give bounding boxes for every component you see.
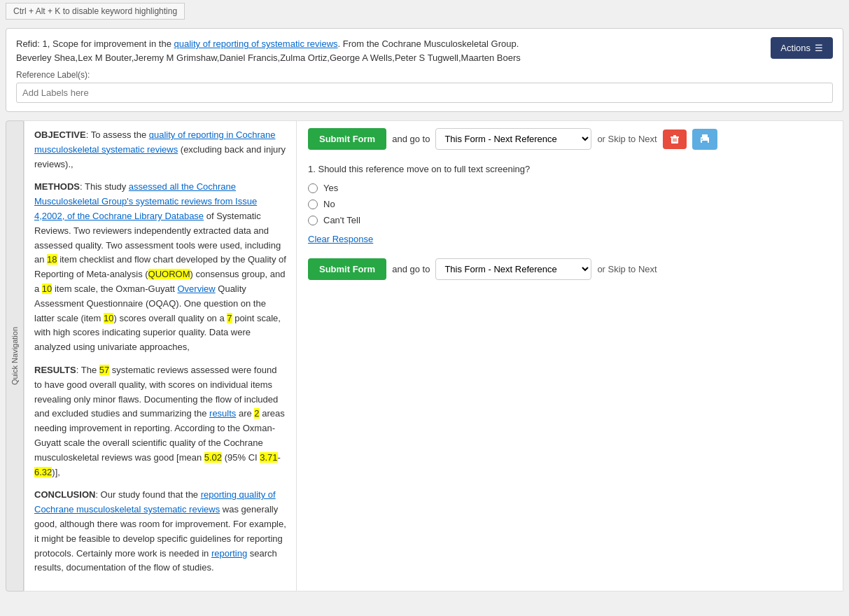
ref-title-text: Scope for improvement in the bbox=[52, 38, 174, 49]
svg-rect-3 bbox=[673, 138, 673, 141]
radio-cant-tell-input[interactable] bbox=[308, 216, 318, 225]
results-label: RESULTS bbox=[34, 365, 76, 375]
bottom-skip-to-next[interactable]: or Skip to Next bbox=[597, 264, 657, 274]
abstract-panel: OBJECTIVE: To assess the quality of repo… bbox=[24, 120, 297, 592]
methods-text: : This study assessed all the Cochrane M… bbox=[34, 181, 286, 352]
question-text: 1. Should this reference move on to full… bbox=[308, 164, 832, 174]
bottom-goto-select[interactable]: This Form - Next Reference This Form - P… bbox=[435, 258, 591, 280]
svg-rect-2 bbox=[673, 135, 676, 136]
ref-label-input[interactable] bbox=[16, 83, 833, 103]
radio-no-input[interactable] bbox=[308, 200, 318, 209]
clear-response-label: Clear Response bbox=[308, 234, 373, 244]
objective-label: OBJECTIVE bbox=[34, 130, 86, 140]
bottom-submit-row: Submit Form and go to This Form - Next R… bbox=[308, 258, 832, 280]
actions-menu-icon: ☰ bbox=[815, 43, 823, 53]
top-goto-select[interactable]: This Form - Next Reference This Form - P… bbox=[435, 128, 591, 150]
delete-button[interactable] bbox=[663, 130, 687, 149]
radio-yes-input[interactable] bbox=[308, 183, 318, 193]
radio-cant-tell[interactable]: Can't Tell bbox=[308, 215, 832, 225]
content-area: Quick Navigation OBJECTIVE: To assess th… bbox=[6, 120, 843, 592]
methods-paragraph: METHODS: This study assessed all the Coc… bbox=[34, 180, 286, 355]
top-skip-to-next[interactable]: or Skip to Next bbox=[597, 134, 657, 144]
reference-card: Refid: 1, Scope for improvement in the q… bbox=[6, 28, 843, 112]
svg-rect-5 bbox=[675, 138, 676, 141]
results-paragraph: RESULTS: The 57 systematic reviews asses… bbox=[34, 363, 286, 479]
radio-cant-tell-label: Can't Tell bbox=[323, 215, 360, 225]
conclusion-label: CONCLUSION bbox=[34, 489, 95, 500]
objective-intro: : To assess the bbox=[86, 130, 149, 140]
keyboard-hint-text: Ctrl + Alt + K to disable keyword highli… bbox=[6, 3, 185, 20]
nav-side: Quick Navigation bbox=[6, 120, 24, 592]
clear-response-button[interactable]: Clear Response bbox=[308, 234, 373, 244]
actions-label: Actions bbox=[780, 43, 811, 53]
quick-navigation-tab[interactable]: Quick Navigation bbox=[6, 120, 24, 592]
refid-label: Refid: 1, bbox=[16, 38, 52, 49]
svg-rect-8 bbox=[702, 141, 708, 144]
ref-label-text: Reference Label(s): bbox=[16, 70, 833, 80]
methods-label: METHODS bbox=[34, 181, 80, 192]
radio-no-label: No bbox=[323, 199, 335, 209]
top-and-go-to: and go to bbox=[392, 134, 430, 144]
ref-label-row: Reference Label(s): bbox=[16, 70, 833, 103]
question-body: Should this reference move on to full te… bbox=[318, 164, 530, 174]
ref-authors: Beverley Shea,Lex M Bouter,Jeremy M Grim… bbox=[16, 52, 521, 63]
objective-paragraph: OBJECTIVE: To assess the quality of repo… bbox=[34, 128, 286, 172]
svg-rect-9 bbox=[701, 139, 703, 140]
question-num: 1. bbox=[308, 164, 316, 174]
ref-title-link[interactable]: quality of reporting of systematic revie… bbox=[174, 38, 337, 49]
radio-yes-label: Yes bbox=[323, 183, 338, 193]
svg-rect-1 bbox=[671, 136, 679, 138]
ref-source: From the Cochrane Musculoskeletal Group. bbox=[343, 38, 519, 49]
trash-icon bbox=[670, 134, 680, 144]
radio-group: Yes No Can't Tell bbox=[308, 183, 832, 225]
print-button[interactable] bbox=[692, 129, 717, 150]
conclusion-paragraph: CONCLUSION: Our study found that the rep… bbox=[34, 488, 286, 575]
results-text: : The 57 systematic reviews assessed wer… bbox=[34, 365, 285, 477]
reference-title: Refid: 1, Scope for improvement in the q… bbox=[16, 37, 833, 64]
actions-button[interactable]: Actions ☰ bbox=[771, 37, 833, 59]
bottom-submit-button[interactable]: Submit Form bbox=[308, 258, 386, 280]
bottom-and-go-to: and go to bbox=[392, 264, 430, 274]
question-section: 1. Should this reference move on to full… bbox=[308, 164, 832, 244]
keyboard-hint-bar: Ctrl + Alt + K to disable keyword highli… bbox=[0, 0, 849, 22]
form-panel: Submit Form and go to This Form - Next R… bbox=[297, 120, 843, 592]
conclusion-text: : Our study found that the reporting qua… bbox=[34, 489, 286, 573]
radio-no[interactable]: No bbox=[308, 199, 832, 209]
svg-rect-4 bbox=[674, 138, 675, 141]
top-submit-button[interactable]: Submit Form bbox=[308, 128, 386, 150]
radio-yes[interactable]: Yes bbox=[308, 183, 832, 193]
top-submit-row: Submit Form and go to This Form - Next R… bbox=[308, 128, 832, 150]
svg-rect-7 bbox=[702, 134, 708, 138]
print-icon bbox=[699, 134, 710, 145]
